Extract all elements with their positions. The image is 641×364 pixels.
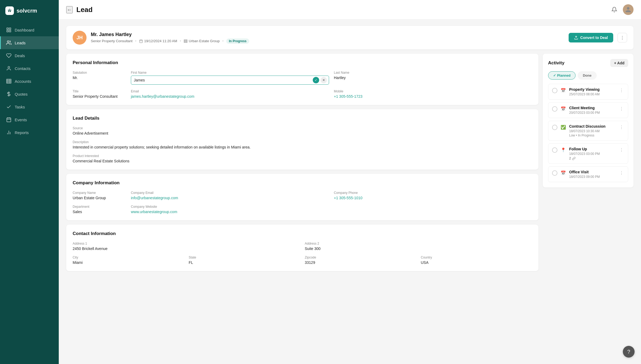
state-label: State [189,256,300,259]
last-name-value: Hartley [334,76,532,80]
email-label: Email [131,89,329,93]
status-badge: In Progress [226,38,249,44]
sidebar-item-tasks-label: Tasks [15,105,25,109]
lead-details-title: Lead Details [73,116,532,121]
sidebar-item-leads-label: Leads [15,41,26,45]
chart-icon [6,130,11,135]
activity-date-1: 20/07/2023 03:00 PM [569,111,616,115]
activity-check-2[interactable] [552,125,557,130]
user-avatar[interactable] [623,4,634,15]
tab-done[interactable]: Done [578,71,597,80]
list-item: 📅 Office Visit 18/07/2023 09:00 PM ⋮ [548,166,628,182]
personal-info-title: Personal Information [73,60,532,65]
convert-btn-label: Convert to Deal [580,36,608,40]
website-label: Company Website [131,205,329,209]
product-label: Product Interested [73,154,532,158]
lead-header-info: Mr. James Hartley Senior Property Consul… [91,32,564,44]
activity-more-0[interactable]: ⋮ [619,87,624,93]
more-options-button[interactable]: ⋮ [617,33,627,42]
activity-meta-2: Low • In Progress [569,134,616,137]
activity-more-4[interactable]: ⋮ [619,170,624,176]
sidebar-item-contacts[interactable]: Contacts [0,62,59,75]
sidebar-item-quotes[interactable]: Quotes [0,88,59,100]
mobile-value: +1 305-555-1723 [334,94,532,99]
address1-label: Address 1 [73,242,300,245]
input-actions: ✓ ✕ [313,77,327,83]
svg-rect-8 [7,118,11,122]
activity-more-3[interactable]: ⋮ [619,147,624,153]
activity-check-1[interactable] [552,106,557,112]
zipcode-field: Zipcode 33129 [305,256,416,265]
source-field: Source Online Advertisement [73,126,532,135]
activity-info-3: Follow Up 18/07/2023 03:00 PM 2 [569,147,616,160]
description-field: Description Interested in commercial pro… [73,140,532,149]
link-count: 2 [569,156,571,160]
activity-more-1[interactable]: ⋮ [619,106,624,112]
activity-name-2: Contract Discussion [569,124,616,128]
first-name-input[interactable] [131,76,329,85]
state-field: State FL [189,256,300,265]
meta-divider-2: • [180,39,181,43]
help-button[interactable]: ? [623,346,635,358]
lead-meta: Senior Property Consultant • 19/12/2024 … [91,38,564,44]
sidebar-item-reports[interactable]: Reports [0,126,59,139]
address2-label: Address 2 [305,242,532,245]
svg-point-4 [7,41,9,43]
salutation-label: Salutation [73,71,126,75]
company-name-value: Urban Estate Group [73,196,126,200]
back-button[interactable]: ← [66,6,73,13]
notification-bell[interactable] [609,5,619,14]
link-icon [572,157,576,160]
activity-panel: Activity + Add ✓ Planned Done [543,54,634,358]
address2-field: Address 2 Suite 300 [305,242,532,251]
header-right [609,4,634,15]
list-item: 📍 Follow Up 18/07/2023 03:00 PM 2 ⋮ [548,143,628,164]
department-label: Department [73,205,126,209]
activity-date-0: 25/07/2023 08:00 AM [569,92,616,96]
tab-planned-checkmark: ✓ [553,73,557,77]
activity-title: Activity [548,60,564,66]
sidebar-item-dashboard-label: Dashboard [15,28,34,32]
svg-rect-3 [9,30,11,32]
meta-divider-1: • [135,39,136,43]
activity-check-4[interactable] [552,170,557,176]
activity-date-4: 18/07/2023 09:00 PM [569,175,616,179]
app-logo: ŵ solvcrm [0,0,59,21]
lead-company-item: Urban Estate Group [184,39,220,43]
cancel-button[interactable]: ✕ [320,77,327,83]
tab-planned[interactable]: ✓ Planned [548,71,576,80]
activity-check-3[interactable] [552,147,557,153]
city-label: City [73,256,184,259]
sidebar-item-deals[interactable]: Deals [0,49,59,62]
title-field: Title Senior Property Consultant [73,89,126,99]
grid-icon [6,27,11,33]
calendar-small-icon [139,39,143,43]
product-field: Product Interested Commercial Real Estat… [73,154,532,163]
add-activity-button[interactable]: + Add [610,59,628,67]
svg-point-5 [8,66,10,68]
svg-rect-1 [9,28,11,30]
company-name-label: Company Name [73,191,126,195]
activity-list: 📅 Property Viewing 25/07/2023 08:00 AM ⋮… [548,84,628,182]
country-label: Country [421,256,532,259]
sidebar-item-dashboard[interactable]: Dashboard [0,24,59,36]
product-value: Commercial Real Estate Solutions [73,159,532,163]
activity-check-0[interactable] [552,88,557,93]
list-item: 📅 Property Viewing 25/07/2023 08:00 AM ⋮ [548,84,628,100]
sidebar-item-leads[interactable]: Leads [0,36,59,49]
title-label: Title [73,89,126,93]
address1-field: Address 1 2450 Brickell Avenue [73,242,300,251]
activity-more-2[interactable]: ⋮ [619,124,624,130]
convert-to-deal-button[interactable]: Convert to Deal [569,33,613,42]
sidebar-item-accounts[interactable]: Accounts [0,75,59,88]
website-value: www.urbanestategroup.com [131,210,329,214]
sidebar-item-tasks[interactable]: Tasks [0,100,59,113]
source-value: Online Advertisement [73,131,532,135]
confirm-button[interactable]: ✓ [313,77,319,83]
description-value: Interested in commercial property soluti… [73,145,532,149]
sidebar-item-events[interactable]: Events [0,113,59,126]
lead-details-section: Lead Details Source Online Advertisement… [66,109,538,170]
page-header: ← Lead [59,0,641,19]
form-area: Personal Information Salutation Mr. Firs… [66,54,538,358]
sidebar-item-events-label: Events [15,118,27,122]
